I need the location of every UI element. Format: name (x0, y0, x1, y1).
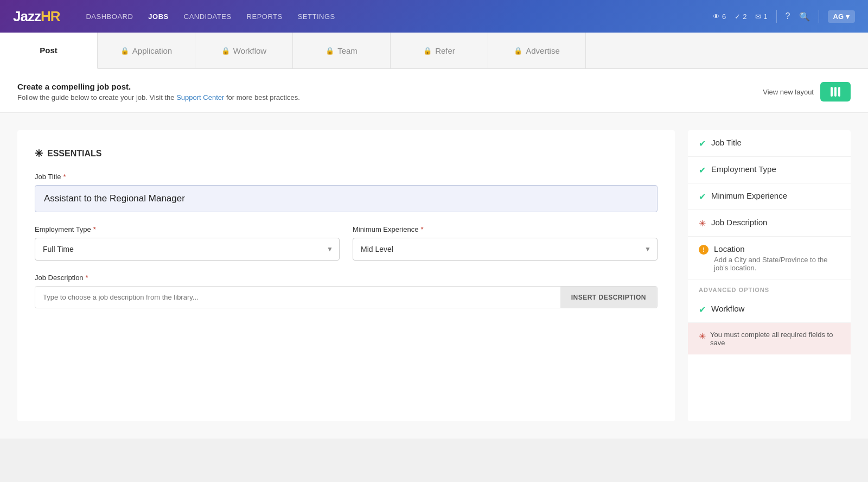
desc-required: * (86, 274, 88, 282)
job-title-group: Job Title * (35, 173, 658, 212)
navigation: JazzHR DASHBOARD JOBS CANDIDATES REPORTS… (0, 0, 868, 33)
nav-dashboard[interactable]: DASHBOARD (86, 12, 133, 21)
search-icon[interactable]: 🔍 (799, 11, 810, 22)
min-experience-select-wrapper: None Entry Level Mid Level Senior Level … (353, 238, 658, 261)
lock-icon-application: 🔒 (120, 47, 129, 55)
checklist-experience-text: Minimum Experience (711, 191, 787, 200)
tab-workflow[interactable]: 🔒 Workflow (195, 33, 293, 68)
sidebar-error-text: You must complete all required fields to… (710, 331, 840, 347)
eye-count: 6 (722, 12, 726, 21)
check-employment-icon: ✔ (699, 165, 706, 175)
checklist-employment-text: Employment Type (711, 164, 776, 174)
message-badge[interactable]: ✉ 1 (755, 12, 767, 21)
sidebar-error: ✳ You must complete all required fields … (688, 323, 851, 354)
check-count: 2 (743, 12, 746, 21)
tab-application-label: Application (132, 46, 172, 55)
tab-application[interactable]: 🔒 Application (98, 33, 195, 68)
employment-required: * (93, 225, 96, 233)
chevron-down-icon: ▾ (846, 12, 850, 21)
checklist-job-title: ✔ Job Title (688, 130, 851, 157)
check-workflow-icon: ✔ (699, 305, 706, 315)
view-layout-toggle[interactable] (820, 82, 851, 102)
eye-icon: 👁 (713, 12, 720, 21)
main-body: ✳ ESSENTIALS Job Title * Employment Type… (0, 113, 868, 439)
tab-advertise-label: Advertise (526, 46, 560, 55)
job-desc-group: Job Description * INSERT DESCRIPTION (35, 274, 658, 308)
nav-divider (776, 10, 777, 23)
nav-right: 👁 6 ✓ 2 ✉ 1 ? 🔍 AG ▾ (713, 10, 855, 23)
support-center-link[interactable]: Support Center (176, 93, 224, 102)
checklist-workflow: ✔ Workflow (688, 296, 851, 323)
logo-hr: HR (41, 8, 60, 25)
essentials-star-icon: ✳ (35, 148, 43, 160)
checklist-desc-text: Job Description (711, 218, 767, 227)
check-badge[interactable]: ✓ 2 (735, 12, 746, 21)
checklist-location-text: Location (714, 244, 840, 253)
avatar-label: AG (833, 12, 844, 21)
experience-required: * (420, 225, 423, 233)
subtitle-pre: Follow the guide below to create your jo… (17, 93, 176, 102)
nav-links: DASHBOARD JOBS CANDIDATES REPORTS SETTIN… (86, 12, 695, 21)
employment-type-select[interactable]: Full Time Part Time Contract Temporary I… (35, 238, 340, 261)
job-desc-label: Job Description * (35, 274, 658, 282)
employment-experience-row: Employment Type * Full Time Part Time Co… (35, 225, 658, 261)
insert-description-button[interactable]: INSERT DESCRIPTION (560, 287, 657, 308)
check-job-title-icon: ✔ (699, 138, 706, 149)
lock-icon-workflow: 🔒 (221, 47, 230, 55)
employment-type-select-wrapper: Full Time Part Time Contract Temporary I… (35, 238, 340, 261)
asterisk-desc-icon: ✳ (699, 218, 706, 229)
checklist-location: ! Location Add a City and State/Province… (688, 237, 851, 280)
tab-refer-label: Refer (435, 46, 455, 55)
logo-jazz: Jazz (13, 8, 41, 25)
form-section: ✳ ESSENTIALS Job Title * Employment Type… (17, 130, 675, 421)
eye-badge[interactable]: 👁 6 (713, 12, 726, 21)
nav-settings[interactable]: SETTINGS (298, 12, 335, 21)
min-experience-label: Minimum Experience * (353, 225, 658, 233)
nav-candidates[interactable]: CANDIDATES (184, 12, 232, 21)
checklist-location-sub: Add a City and State/Province to the job… (714, 256, 840, 272)
nav-jobs[interactable]: JOBS (148, 12, 168, 21)
toggle-bar-1 (831, 87, 833, 97)
checklist-employment-type: ✔ Employment Type (688, 157, 851, 183)
checkmark-icon: ✓ (735, 12, 741, 21)
checklist-workflow-text: Workflow (711, 304, 744, 313)
checklist-job-desc: ✳ Job Description (688, 210, 851, 237)
job-title-input[interactable] (35, 185, 658, 212)
nav-divider-2 (819, 10, 819, 23)
nav-reports[interactable]: REPORTS (247, 12, 283, 21)
tab-team[interactable]: 🔒 Team (293, 33, 391, 68)
tab-advertise[interactable]: 🔒 Advertise (488, 33, 586, 68)
advanced-options-label: ADVANCED OPTIONS (688, 280, 851, 296)
section-title: ✳ ESSENTIALS (35, 148, 658, 160)
error-asterisk-icon: ✳ (699, 331, 706, 341)
tab-post[interactable]: Post (0, 33, 98, 69)
min-experience-col: Minimum Experience * None Entry Level Mi… (353, 225, 658, 261)
min-experience-select[interactable]: None Entry Level Mid Level Senior Level … (353, 238, 658, 261)
tabs-bar: Post 🔒 Application 🔒 Workflow 🔒 Team 🔒 R… (0, 33, 868, 69)
logo[interactable]: JazzHR (13, 8, 60, 25)
checklist-min-experience: ✔ Minimum Experience (688, 183, 851, 210)
user-avatar[interactable]: AG ▾ (828, 10, 856, 23)
employment-type-col: Employment Type * Full Time Part Time Co… (35, 225, 340, 261)
toggle-bar-3 (838, 87, 840, 97)
checklist-job-title-text: Job Title (711, 138, 742, 147)
lock-icon-advertise: 🔒 (514, 47, 522, 55)
content-wrapper: Create a compelling job post. Follow the… (0, 69, 868, 439)
checklist-sidebar: ✔ Job Title ✔ Employment Type ✔ Minimum … (688, 130, 851, 421)
job-title-label: Job Title * (35, 173, 658, 181)
tab-refer[interactable]: 🔒 Refer (391, 33, 488, 68)
subtitle-post: for more best practices. (224, 93, 299, 102)
view-layout-area: View new layout (763, 82, 851, 102)
lock-icon-team: 🔒 (326, 47, 334, 55)
check-experience-icon: ✔ (699, 192, 706, 202)
help-icon[interactable]: ? (786, 11, 790, 21)
page-subtitle: Follow the guide below to create your jo… (17, 93, 300, 102)
tab-post-label: Post (40, 46, 58, 55)
desc-search-input[interactable] (35, 287, 560, 308)
section-title-text: ESSENTIALS (47, 149, 101, 158)
toggle-bar-2 (834, 87, 837, 97)
message-icon: ✉ (755, 12, 761, 21)
page-header-left: Create a compelling job post. Follow the… (17, 82, 300, 102)
employment-type-label: Employment Type * (35, 225, 340, 233)
tab-workflow-label: Workflow (233, 46, 266, 55)
